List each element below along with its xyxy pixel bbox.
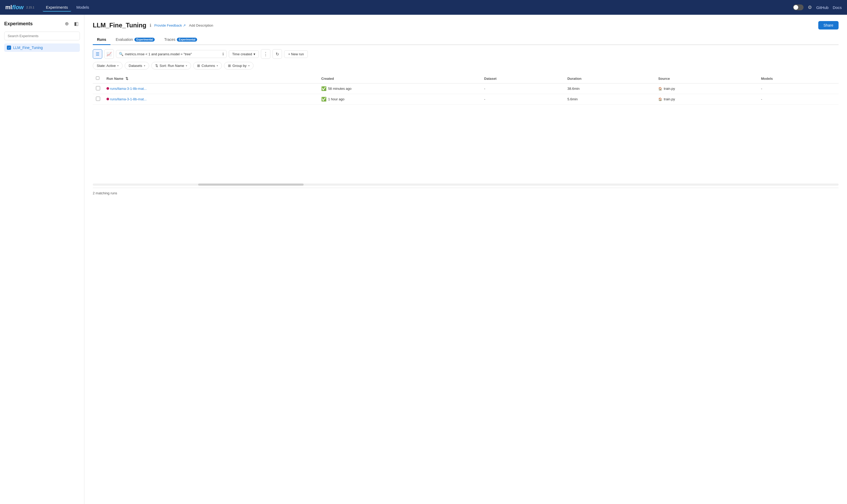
more-options-button[interactable]: ⋮ <box>261 49 271 59</box>
sort-icon: ⇅ <box>155 64 158 68</box>
col-dataset: Dataset <box>481 74 564 84</box>
tab-traces[interactable]: Traces Experimental <box>160 35 201 45</box>
sort-button[interactable]: ⇅ Sort: Run Name ▾ <box>151 62 191 70</box>
sort-label: Sort: Run Name <box>160 64 184 68</box>
feedback-label: Provide Feedback <box>154 23 182 28</box>
table-header-row: Run Name ⇅ Created Dataset Duration Sour… <box>93 74 839 84</box>
edit-experiment-icon[interactable]: ✎ <box>69 46 72 50</box>
row-checkbox-1[interactable] <box>96 86 100 90</box>
docs-link[interactable]: Docs <box>833 5 842 10</box>
col-created: Created <box>318 74 481 84</box>
logo-flow: flow <box>12 4 24 11</box>
source-cell-1: 🏠 train.py <box>658 87 755 91</box>
state-filter-label: State: Active <box>97 64 116 68</box>
datasets-filter-button[interactable]: Datasets ▾ <box>125 62 149 70</box>
table-header: Run Name ⇅ Created Dataset Duration Sour… <box>93 74 839 84</box>
search-experiments-input[interactable] <box>4 32 80 40</box>
navbar-right: ⚙ GitHub Docs <box>793 4 842 10</box>
traces-badge: Experimental <box>177 38 197 42</box>
columns-icon: ⊞ <box>197 64 200 68</box>
table-row: runs/llama-3-1-8b-mat... ✅ 1 hour ago - … <box>93 94 839 105</box>
sidebar-title: Experiments <box>4 21 33 26</box>
sidebar-actions: ⊕ ◧ <box>63 20 80 28</box>
share-button[interactable]: Share <box>818 21 839 30</box>
scrollbar-thumb[interactable] <box>198 183 304 186</box>
experiment-list-item[interactable]: LLM_Fine_Tuning ✎ 🗑 <box>4 43 80 52</box>
main-layout: Experiments ⊕ ◧ LLM_Fine_Tuning ✎ 🗑 LLM_… <box>0 15 847 504</box>
list-view-button[interactable]: ☰ <box>93 49 102 59</box>
nav-experiments[interactable]: Experiments <box>43 3 71 12</box>
tab-evaluation[interactable]: Evaluation Experimental <box>111 35 159 45</box>
table-body: runs/llama-3-1-8b-mat... ✅ 58 minutes ag… <box>93 84 839 105</box>
info-icon[interactable]: ℹ <box>150 23 151 28</box>
status-success-icon-1: ✅ <box>321 86 327 91</box>
run-status-dot-2 <box>106 98 109 100</box>
new-run-button[interactable]: + New run <box>284 50 308 58</box>
horizontal-scrollbar[interactable] <box>93 183 839 186</box>
runs-table: Run Name ⇅ Created Dataset Duration Sour… <box>93 74 839 105</box>
logo-ml: ml <box>5 4 12 11</box>
columns-button[interactable]: ⊞ Columns ▾ <box>193 62 222 70</box>
row-checkbox-2[interactable] <box>96 97 100 101</box>
created-time-2: 1 hour ago <box>328 97 344 101</box>
external-link-icon: ↗ <box>183 23 186 28</box>
time-created-label: Time created <box>232 52 252 56</box>
tab-evaluation-label: Evaluation <box>116 37 133 42</box>
table-row: runs/llama-3-1-8b-mat... ✅ 58 minutes ag… <box>93 84 839 94</box>
version-label: 2.15.1 <box>27 6 35 9</box>
add-description-button[interactable]: Add Description <box>189 23 213 28</box>
sort-run-name-icon[interactable]: ⇅ <box>125 77 128 80</box>
content-area: LLM_Fine_Tuning ℹ Provide Feedback ↗ Add… <box>84 15 847 504</box>
run-status-dot-1 <box>106 87 109 90</box>
brand: mlflow 2.15.1 <box>5 4 34 11</box>
group-by-chevron-icon: ▾ <box>248 64 249 67</box>
dataset-cell-1: - <box>481 84 564 94</box>
matching-runs-label: 2 matching runs <box>93 188 839 198</box>
page-title: LLM_Fine_Tuning <box>93 22 146 29</box>
source-cell-2: 🏠 train.py <box>658 97 755 101</box>
search-icon: 🔍 <box>119 52 123 56</box>
models-cell-2: - <box>758 94 839 105</box>
tab-runs-label: Runs <box>97 37 106 42</box>
tabs-container: Runs Evaluation Experimental Traces Expe… <box>93 35 839 45</box>
experiment-checkbox[interactable] <box>7 46 11 50</box>
refresh-button[interactable]: ↻ <box>273 49 282 59</box>
chart-view-button[interactable]: 📈 <box>104 49 114 59</box>
state-filter-button[interactable]: State: Active ▾ <box>93 62 123 70</box>
nav-links: Experiments Models <box>43 3 784 12</box>
delete-experiment-icon[interactable]: 🗑 <box>73 46 77 50</box>
collapse-sidebar-button[interactable]: ◧ <box>72 20 80 28</box>
evaluation-badge: Experimental <box>134 38 155 42</box>
group-by-icon: ⊞ <box>228 64 231 68</box>
run-name-link-2[interactable]: runs/llama-3-1-8b-mat... <box>110 97 147 101</box>
time-created-chevron: ▾ <box>254 52 255 56</box>
experiment-name: LLM_Fine_Tuning <box>13 46 67 50</box>
add-experiment-button[interactable]: ⊕ <box>63 20 70 28</box>
filter-row: State: Active ▾ Datasets ▾ ⇅ Sort: Run N… <box>93 62 839 70</box>
search-filter-container: 🔍 ℹ <box>116 50 227 58</box>
search-filter-input[interactable] <box>125 52 221 56</box>
search-info-icon[interactable]: ℹ <box>222 52 224 56</box>
models-cell-1: - <box>758 84 839 94</box>
content-header: LLM_Fine_Tuning ℹ Provide Feedback ↗ Add… <box>93 21 839 30</box>
run-name-link-1[interactable]: runs/llama-3-1-8b-mat... <box>110 87 147 91</box>
tab-runs[interactable]: Runs <box>93 35 110 45</box>
theme-toggle[interactable] <box>793 4 803 10</box>
bottom-area: 2 matching runs <box>93 183 839 198</box>
mlflow-logo: mlflow <box>5 4 24 11</box>
state-chevron-icon: ▾ <box>117 64 119 67</box>
group-by-label: Group by <box>232 64 246 68</box>
group-by-button[interactable]: ⊞ Group by ▾ <box>224 62 253 70</box>
nav-models[interactable]: Models <box>73 3 92 12</box>
feedback-link[interactable]: Provide Feedback ↗ <box>154 23 186 28</box>
col-status <box>310 74 318 84</box>
dataset-cell-2: - <box>481 94 564 105</box>
time-created-button[interactable]: Time created ▾ <box>229 50 259 58</box>
sort-chevron-icon: ▾ <box>186 64 187 67</box>
gear-icon[interactable]: ⚙ <box>808 4 812 10</box>
source-label-2: train.py <box>664 97 675 101</box>
col-source: Source <box>655 74 758 84</box>
select-all-checkbox[interactable] <box>96 76 99 80</box>
status-success-icon-2: ✅ <box>321 97 327 102</box>
github-link[interactable]: GitHub <box>816 5 829 10</box>
